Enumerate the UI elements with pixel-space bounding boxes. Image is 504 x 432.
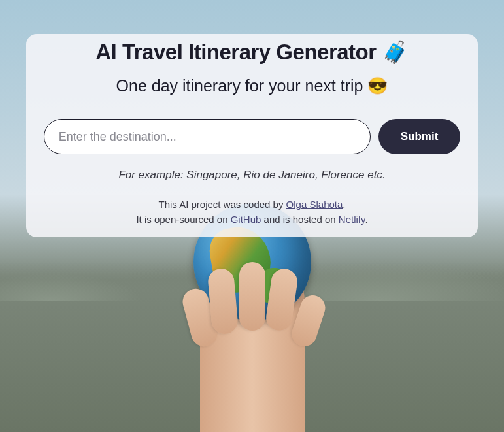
page-title: AI Travel Itinerary Generator 🧳	[39, 39, 465, 65]
github-link[interactable]: GitHub	[231, 214, 261, 225]
footer-text: .	[343, 199, 345, 210]
footer-text: .	[365, 214, 367, 225]
footer-text: and is hosted on	[261, 214, 338, 225]
main-card: AI Travel Itinerary Generator 🧳 One day …	[26, 34, 478, 237]
page-subtitle: One day itinerary for your next trip 😎	[39, 76, 465, 95]
footer-text: It is open-sourced on	[136, 214, 230, 225]
submit-button[interactable]: Submit	[378, 119, 461, 154]
footer: This AI project was coded by Olga Slahot…	[39, 197, 465, 227]
author-link[interactable]: Olga Slahota	[286, 199, 343, 210]
netlify-link[interactable]: Netlify	[339, 214, 365, 225]
destination-input[interactable]	[44, 119, 371, 154]
example-text: For example: Singapore, Rio de Janeiro, …	[39, 169, 465, 182]
form-row: Submit	[39, 119, 465, 154]
footer-text: This AI project was coded by	[158, 199, 286, 210]
